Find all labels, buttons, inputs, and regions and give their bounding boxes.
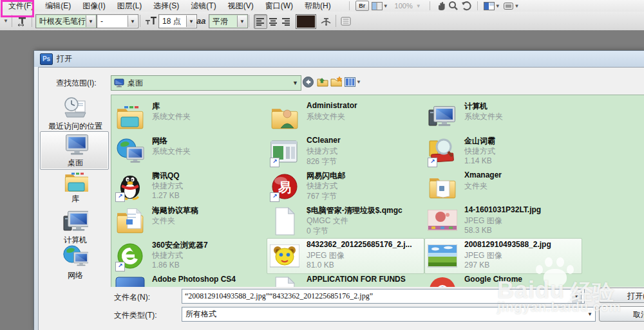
libraries-icon xyxy=(62,169,88,192)
screen-mode-button[interactable]: ▼ xyxy=(503,2,520,10)
svg-text:Ps: Ps xyxy=(122,286,136,287)
file-item[interactable]: ↗ 360安全浏览器7 快捷方式 1.86 KB xyxy=(115,241,268,273)
align-center-button[interactable] xyxy=(267,14,280,29)
file-name-input[interactable] xyxy=(182,289,585,304)
file-size: 0 字节 xyxy=(307,226,328,237)
hand-tool-icon[interactable] xyxy=(436,1,446,11)
file-item[interactable]: 计算机 系统文件夹 xyxy=(428,102,580,134)
sidebar-item-desktop[interactable]: 桌面 xyxy=(41,134,109,169)
warp-text-button[interactable] xyxy=(320,12,332,30)
look-in-label: 查找范围(I): xyxy=(56,78,97,89)
dialog-title-bar[interactable]: Ps 打开 xyxy=(34,51,644,67)
floral-image-thumbnail xyxy=(428,210,457,232)
menu-select[interactable]: 选择(S) xyxy=(147,0,185,12)
rotate-view-tool-icon[interactable] xyxy=(461,1,471,11)
file-size: 1.27 KB xyxy=(152,191,180,200)
file-item[interactable]: $电脑管家-清理垃圾$.qmgc QMGC 文件 0 字节 xyxy=(270,206,422,238)
file-item[interactable]: 海飓协议草稿 文件夹 xyxy=(115,206,268,238)
file-list[interactable]: 库 系统文件夹 网络 系统文件夹 xyxy=(111,95,644,287)
file-meta: 文件夹 xyxy=(152,215,175,226)
separator xyxy=(140,15,140,27)
file-item[interactable]: Administrator 系统文件夹 xyxy=(270,102,422,134)
file-meta: 文件夹 xyxy=(464,181,488,192)
menu-help[interactable]: 帮助(H) xyxy=(299,0,337,12)
up-one-level-button[interactable] xyxy=(317,76,328,87)
text-color-swatch[interactable] xyxy=(296,14,316,29)
cancel-button[interactable]: 取消 xyxy=(599,306,644,322)
file-item[interactable]: Ps Adobe Photoshop CS4 xyxy=(115,275,268,287)
document-folder-icon xyxy=(115,206,145,236)
menu-view[interactable]: 视图(V) xyxy=(222,0,260,12)
menu-window[interactable]: 窗口(W) xyxy=(260,0,299,12)
file-item[interactable]: ↗ 腾讯QQ 快捷方式 1.27 KB xyxy=(115,171,268,203)
file-meta: JPEG 图像 xyxy=(307,250,345,261)
zoom-level-dropdown-icon[interactable]: ▼ xyxy=(416,3,421,9)
file-item[interactable]: ↗ 金山词霸 快捷方式 1.14 KB xyxy=(428,136,580,169)
file-name: 计算机 xyxy=(464,101,488,112)
menu-edit[interactable]: 编辑(E) xyxy=(39,0,77,12)
file-item[interactable]: Xmanager 文件夹 xyxy=(428,171,580,203)
file-size: 297 KB xyxy=(464,261,489,270)
file-size: 1.86 KB xyxy=(152,261,180,270)
file-size: 826 字节 xyxy=(307,156,337,167)
desktop-icon xyxy=(114,78,124,87)
file-item selected-file-item[interactable]: 200812910493588_2.jpg JPEG 图像 297 KB xyxy=(428,241,580,273)
file-item[interactable]: 易 ↗ 网易闪电邮 快捷方式 767 字节 xyxy=(270,171,422,203)
file-item[interactable]: 网络 系统文件夹 xyxy=(115,136,268,169)
arrange-documents-button[interactable]: ▼ xyxy=(484,2,500,10)
zoom-level-value[interactable]: 100% xyxy=(395,2,413,10)
sidebar-item-label: 最近访问的位置 xyxy=(41,121,109,132)
file-item[interactable]: 14-1601031P32LT.jpg JPEG 图像 58.3 KB xyxy=(428,206,580,238)
annotation-highlight-box xyxy=(1,0,34,17)
file-name: 8432362_201225685176_2.j... xyxy=(307,240,412,249)
separator xyxy=(430,1,430,10)
font-size-select[interactable]: 18 点▼ xyxy=(158,14,197,28)
file-name: 腾讯QQ xyxy=(152,170,180,181)
menu-layer[interactable]: 图层(L) xyxy=(111,0,148,12)
file-item[interactable]: Google Chrome xyxy=(428,275,580,287)
file-meta: 快捷方式 xyxy=(464,146,495,157)
chevron-down-icon[interactable]: ▼ xyxy=(292,80,298,86)
open-button[interactable]: 打开(O) xyxy=(599,288,644,303)
file-name: 360安全浏览器7 xyxy=(152,240,208,251)
sidebar-item-computer[interactable]: 计算机 xyxy=(41,210,109,246)
network-icon xyxy=(115,137,145,167)
file-item[interactable]: ↗ CCleaner 快捷方式 826 字节 xyxy=(270,136,422,169)
align-right-button[interactable] xyxy=(279,14,293,29)
netease-glyph: 易 xyxy=(278,179,291,196)
new-folder-button[interactable] xyxy=(330,75,342,87)
sidebar-item-recent-places[interactable]: 最近访问的位置 xyxy=(41,96,109,132)
anti-alias-select[interactable]: 平滑▼ xyxy=(209,14,248,28)
zoom-tool-icon[interactable] xyxy=(448,1,459,11)
menu-filter[interactable]: 滤镜(T) xyxy=(185,0,222,12)
launch-bridge-button[interactable]: Br xyxy=(355,1,369,11)
file-item[interactable]: 库 系统文件夹 xyxy=(115,102,268,134)
file-name: Xmanager xyxy=(464,170,502,179)
file-item selected-file-item[interactable]: 8432362_201225685176_2.j... JPEG 图像 81.0… xyxy=(270,241,422,273)
font-style-select[interactable]: -▼ xyxy=(97,14,138,28)
tool-options-bar: ▼ 叶根友毛笔行...▼ -▼ 18 点▼ aa 平滑▼ xyxy=(0,12,644,31)
view-extras-button[interactable]: ▼ xyxy=(372,2,388,10)
back-button[interactable] xyxy=(302,76,314,87)
file-name: $电脑管家-清理垃圾$.qmgc xyxy=(307,205,402,216)
separator xyxy=(249,15,249,27)
views-menu-button[interactable]: ▼ xyxy=(345,76,361,87)
toggle-panels-button[interactable] xyxy=(341,12,351,30)
computer-icon xyxy=(428,102,457,132)
menu-image[interactable]: 图像(I) xyxy=(77,0,111,12)
chevron-down-icon[interactable]: ▼ xyxy=(587,311,592,317)
dialog-title: 打开 xyxy=(57,53,72,64)
file-item[interactable]: APPLICATION FOR FUNDS xyxy=(270,275,422,287)
file-meta: 系统文件夹 xyxy=(152,146,191,157)
file-name: 14-1601031P32LT.jpg xyxy=(464,205,541,214)
shortcut-arrow-icon: ↗ xyxy=(270,158,279,167)
file-meta: 快捷方式 xyxy=(152,250,183,261)
look-in-select[interactable]: 桌面 ▼ xyxy=(111,75,301,91)
sidebar-item-libraries[interactable]: 库 xyxy=(41,169,109,205)
align-left-button[interactable] xyxy=(254,14,267,29)
sidebar-item-network[interactable]: 网络 xyxy=(41,245,109,281)
file-type-select[interactable]: 所有格式 ▼ xyxy=(182,307,596,322)
font-family-select[interactable]: 叶根友毛笔行...▼ xyxy=(35,14,97,28)
file-name-dropdown-button[interactable]: ▼ xyxy=(572,289,582,304)
file-size: 767 字节 xyxy=(307,191,337,202)
